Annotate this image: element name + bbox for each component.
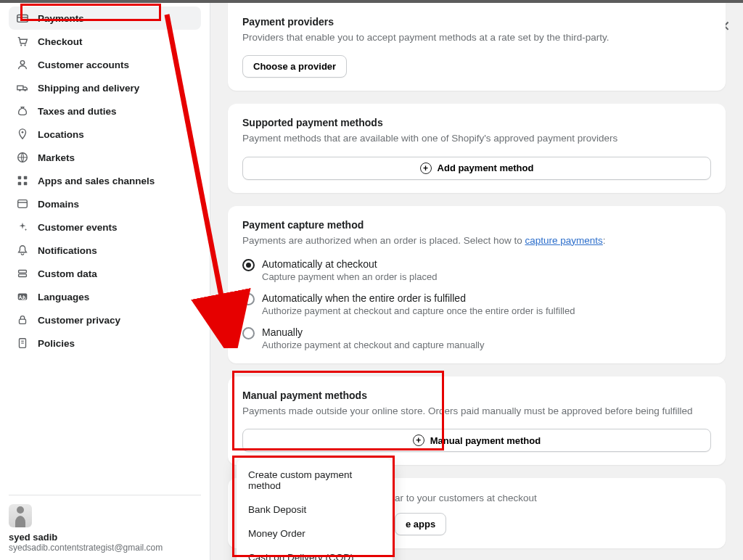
- sidebar-item-label: Custom data: [38, 268, 97, 279]
- svg-point-8: [22, 131, 24, 133]
- truck-icon: [16, 81, 29, 94]
- radio-manually[interactable]: Manually Authorize payment at checkout a…: [242, 326, 711, 350]
- svg-rect-10: [18, 176, 22, 180]
- sidebar-user-block[interactable]: syed sadib syedsadib.contentstrategist@g…: [9, 495, 201, 553]
- radio-icon: [242, 259, 255, 271]
- customize-apps-button[interactable]: e apps: [395, 513, 446, 535]
- sidebar-item-label: Payments: [38, 13, 84, 24]
- card-desc: Payments made outside your online store.…: [242, 404, 711, 419]
- card-desc: Payments are authorized when an order is…: [242, 234, 711, 248]
- svg-rect-13: [24, 182, 28, 186]
- sidebar-item-domains[interactable]: Domains: [9, 192, 201, 215]
- card-capture-method: Payment capture method Payments are auth…: [228, 206, 726, 363]
- sidebar-item-label: Notifications: [38, 245, 97, 256]
- sidebar-item-shipping[interactable]: Shipping and delivery: [9, 76, 201, 99]
- bell-icon: [16, 244, 29, 257]
- sidebar-item-customer-events[interactable]: Customer events: [9, 215, 201, 239]
- cart-icon: [16, 35, 29, 48]
- sidebar-item-checkout[interactable]: Checkout: [9, 30, 201, 53]
- sidebar-item-label: Checkout: [38, 36, 83, 47]
- capture-payments-link[interactable]: capture payments: [525, 235, 602, 246]
- svg-rect-17: [19, 274, 27, 277]
- card-title: Supported payment methods: [242, 117, 711, 128]
- sidebar-item-markets[interactable]: Markets: [9, 146, 201, 169]
- sidebar-item-custom-data[interactable]: Custom data: [9, 262, 201, 285]
- dropdown-item-cod[interactable]: Cash on Delivery (COD): [241, 545, 388, 560]
- grid-icon: [16, 174, 29, 187]
- card-desc-partial: ar to your customers at checkout: [395, 491, 711, 506]
- card-manual-methods: Manual payment methods Payments made out…: [228, 376, 726, 465]
- sparkle-icon: [16, 221, 29, 234]
- sidebar-item-customer-accounts[interactable]: Customer accounts: [9, 53, 201, 76]
- sidebar-item-label: Customer accounts: [38, 59, 129, 70]
- card-payment-providers: Payment providers Providers that enable …: [228, 3, 726, 91]
- user-name: syed sadib: [9, 532, 201, 543]
- svg-rect-12: [18, 182, 22, 186]
- dropdown-item-bank-deposit[interactable]: Bank Deposit: [241, 498, 388, 522]
- sidebar-item-label: Apps and sales channels: [38, 176, 155, 186]
- choose-provider-button[interactable]: Choose a provider: [242, 55, 347, 78]
- credit-card-icon: [16, 12, 29, 25]
- dropdown-item-money-order[interactable]: Money Order: [241, 522, 388, 545]
- sidebar-item-label: Customer privacy: [38, 315, 120, 326]
- browser-icon: [16, 197, 29, 210]
- svg-rect-11: [24, 176, 28, 180]
- lock-icon: [16, 313, 29, 326]
- translate-icon: Aあ: [16, 290, 29, 303]
- settings-sidebar: Payments Checkout Customer accounts Ship…: [0, 3, 210, 560]
- svg-point-2: [20, 44, 22, 46]
- sidebar-item-notifications[interactable]: Notifications: [9, 239, 201, 262]
- svg-point-7: [24, 89, 25, 91]
- plus-circle-icon: +: [420, 162, 432, 174]
- sidebar-item-label: Shipping and delivery: [38, 83, 139, 94]
- sidebar-item-privacy[interactable]: Customer privacy: [9, 308, 201, 332]
- sidebar-item-label: Markets: [38, 152, 75, 163]
- sidebar-item-label: Taxes and duties: [38, 106, 117, 117]
- card-title: Payment capture method: [242, 219, 711, 231]
- card-desc: Providers that enable you to accept paym…: [242, 30, 711, 45]
- sidebar-item-label: Languages: [38, 292, 89, 302]
- user-email: syedsadib.contentstrategist@gmail.com: [9, 543, 201, 553]
- radio-icon: [242, 293, 255, 305]
- sidebar-item-label: Policies: [38, 338, 75, 349]
- svg-rect-20: [20, 319, 26, 324]
- avatar: [9, 504, 32, 527]
- svg-point-3: [25, 44, 26, 46]
- manual-payment-method-button[interactable]: + Manual payment method: [242, 429, 711, 452]
- sidebar-item-payments[interactable]: Payments: [9, 7, 201, 30]
- card-desc: Payment methods that are available with …: [242, 131, 711, 146]
- radio-icon: [242, 327, 255, 339]
- layers-icon: [16, 267, 29, 280]
- card-title: Manual payment methods: [242, 390, 711, 401]
- add-payment-method-button[interactable]: + Add payment method: [242, 157, 711, 180]
- globe-icon: [16, 151, 29, 164]
- svg-text:Aあ: Aあ: [19, 295, 27, 300]
- sidebar-item-label: Locations: [38, 129, 84, 140]
- radio-auto-fulfilled[interactable]: Automatically when the entire order is f…: [242, 292, 711, 316]
- manual-payment-dropdown: Create custom payment method Bank Deposi…: [237, 458, 393, 560]
- plus-circle-icon: +: [413, 435, 424, 446]
- svg-point-6: [19, 89, 20, 91]
- svg-rect-0: [17, 15, 28, 22]
- card-supported-methods: Supported payment methods Payment method…: [228, 104, 726, 192]
- sidebar-item-apps[interactable]: Apps and sales channels: [9, 169, 201, 192]
- sidebar-item-label: Domains: [38, 199, 79, 210]
- svg-point-4: [20, 61, 24, 65]
- money-bag-icon: [16, 104, 29, 118]
- sidebar-item-policies[interactable]: Policies: [9, 332, 201, 355]
- pin-icon: [16, 128, 29, 141]
- sidebar-item-taxes[interactable]: Taxes and duties: [9, 99, 201, 123]
- sidebar-item-languages[interactable]: Aあ Languages: [9, 285, 201, 308]
- svg-rect-5: [17, 86, 23, 89]
- sidebar-item-label: Customer events: [38, 222, 118, 233]
- card-title: Payment providers: [242, 16, 711, 28]
- svg-rect-16: [19, 271, 27, 273]
- sidebar-item-locations[interactable]: Locations: [9, 123, 201, 146]
- svg-rect-14: [18, 200, 28, 208]
- person-icon: [16, 58, 29, 71]
- policy-icon: [16, 337, 29, 350]
- radio-auto-checkout[interactable]: Automatically at checkout Capture paymen…: [242, 258, 711, 282]
- dropdown-item-create-custom[interactable]: Create custom payment method: [241, 463, 388, 498]
